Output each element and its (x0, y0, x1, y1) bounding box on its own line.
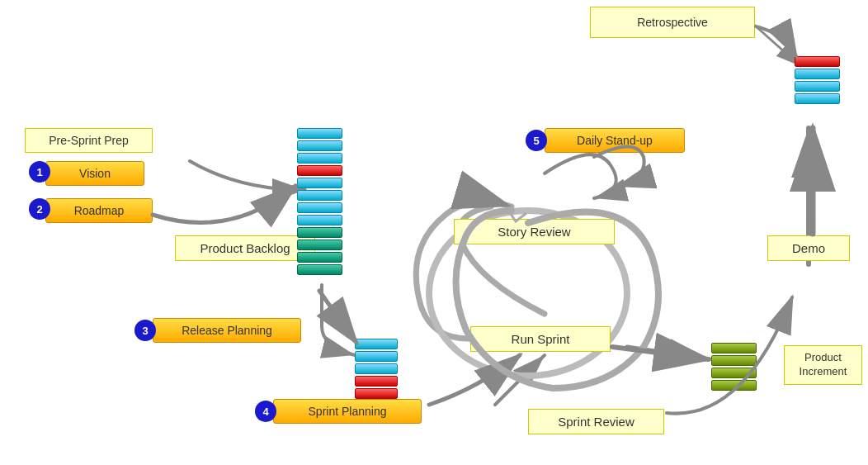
number-5-circle: 5 (526, 130, 547, 151)
number-2-circle: 2 (29, 198, 50, 220)
pre-sprint-prep-box: Pre-Sprint Prep (25, 128, 153, 153)
run-sprint-box: Run Sprint (470, 326, 611, 352)
retrospective-box: Retrospective (590, 7, 755, 38)
sprint-backlog-stack (355, 339, 398, 399)
story-review-box: Story Review (454, 219, 615, 244)
main-arrows (0, 0, 868, 465)
roadmap-box: Roadmap (45, 198, 153, 223)
number-1-circle: 1 (29, 161, 50, 183)
arrows-svg (0, 0, 868, 465)
demo-box: Demo (767, 235, 850, 261)
release-planning-box: Release Planning (153, 318, 301, 343)
number-3-circle: 3 (134, 320, 156, 341)
diagram-container: Retrospective Pre-Sprint Prep Vision Roa… (0, 0, 868, 465)
daily-standup-box: Daily Stand-up (545, 128, 685, 153)
product-backlog-stack (297, 128, 342, 275)
sprint-planning-box: Sprint Planning (273, 399, 422, 424)
product-increment-box: Product Increment (784, 345, 862, 385)
product-backlog-box: Product Backlog (175, 235, 315, 261)
product-increment-stack (711, 343, 757, 391)
retrospective-stack (795, 56, 840, 104)
vision-box: Vision (45, 161, 144, 186)
number-4-circle: 4 (255, 401, 276, 422)
sprint-review-box: Sprint Review (528, 409, 664, 434)
